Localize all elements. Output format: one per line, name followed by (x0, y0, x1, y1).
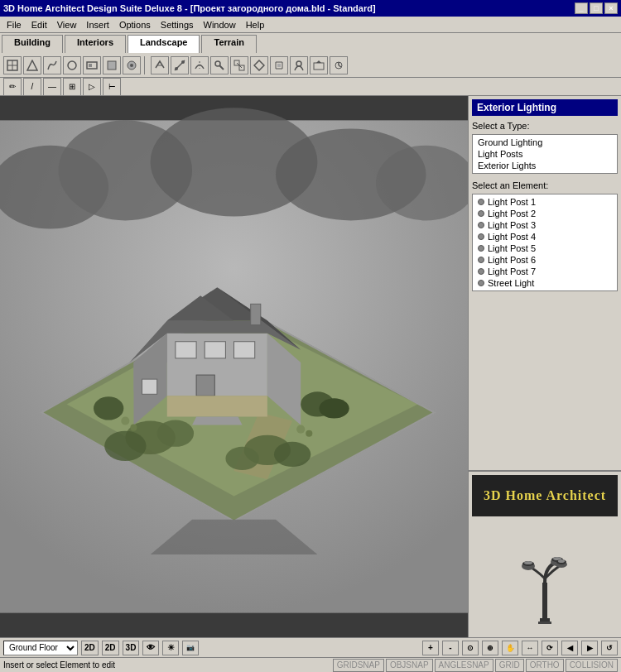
toolbar-btn-10[interactable] (190, 56, 209, 74)
tab-terrain[interactable]: Terrain (201, 35, 256, 53)
toolbar-btn-7[interactable] (123, 56, 141, 74)
svg-point-12 (175, 67, 178, 70)
view-2d-alt-button[interactable]: 2D (102, 641, 119, 655)
secondary-btn-6[interactable]: ⊢ (103, 78, 121, 96)
next-button[interactable]: ▶ (581, 641, 598, 655)
element-list: Light Post 1 Light Post 2 Light Post 3 L… (472, 194, 618, 291)
toolbar-btn-15[interactable] (290, 56, 308, 74)
restore-button[interactable]: □ (590, 2, 603, 14)
app-title: 3D Home Architect Design Suite Deluxe 8 … (3, 3, 376, 13)
rotate-button[interactable]: ↔ (522, 641, 538, 655)
secondary-btn-5[interactable]: ▷ (83, 78, 101, 96)
secondary-btn-1[interactable]: ✏ (3, 78, 22, 96)
toolbar-btn-17[interactable] (330, 56, 348, 74)
status-message: Insert or select Element to edit (3, 660, 115, 670)
prev-button[interactable]: ◀ (561, 641, 578, 655)
type-ground-lighting[interactable]: Ground Lighting (474, 137, 615, 148)
gridsnap-indicator[interactable]: GRIDSNAP (333, 659, 384, 672)
menu-settings[interactable]: Settings (156, 18, 199, 31)
toolbar-btn-6[interactable] (103, 56, 121, 74)
light-post-icon (512, 533, 578, 624)
status-bar: Ground Floor First Floor Second Floor 2D… (0, 637, 621, 657)
svg-point-79 (558, 559, 565, 563)
toolbar-btn-4[interactable] (63, 56, 81, 74)
close-button[interactable]: × (604, 2, 618, 14)
tab-landscape[interactable]: Landscape (128, 35, 200, 53)
zoom-fit-button[interactable]: ⊙ (462, 641, 479, 655)
tab-interiors[interactable]: Interiors (65, 35, 126, 53)
view-sun-button[interactable]: ☀ (162, 641, 179, 655)
orbit-button[interactable]: ⟳ (542, 641, 558, 655)
toolbar-btn-14[interactable] (270, 56, 288, 74)
svg-rect-59 (251, 304, 261, 324)
svg-point-67 (121, 417, 129, 425)
element-light-post-6[interactable]: Light Post 6 (474, 254, 615, 266)
element-light-post-5[interactable]: Light Post 5 (474, 242, 615, 254)
element-light-post-1[interactable]: Light Post 1 (474, 196, 615, 208)
type-exterior-lights[interactable]: Exterior Lights (474, 160, 615, 171)
element-street-light[interactable]: Street Light (474, 277, 615, 289)
view-3d-button[interactable]: 3D (123, 641, 140, 655)
svg-point-13 (181, 60, 185, 64)
toolbar-btn-9[interactable] (171, 56, 189, 74)
toolbar-btn-12[interactable] (230, 56, 248, 74)
zoom-window-button[interactable]: ⊕ (482, 641, 498, 655)
toolbar-btn-8[interactable] (151, 56, 169, 74)
svg-point-42 (274, 442, 310, 467)
menu-options[interactable]: Options (114, 18, 156, 31)
toolbar-btn-1[interactable] (3, 56, 22, 74)
element-light-post-3[interactable]: Light Post 3 (474, 219, 615, 231)
svg-point-24 (335, 62, 342, 69)
anglesnap-indicator[interactable]: ANGLESNAP (435, 659, 493, 672)
floor-selector[interactable]: Ground Floor First Floor Second Floor (3, 641, 78, 655)
svg-point-15 (215, 61, 220, 66)
svg-point-73 (524, 561, 532, 564)
svg-rect-7 (108, 61, 116, 70)
element-light-post-7[interactable]: Light Post 7 (474, 266, 615, 277)
secondary-btn-4[interactable]: ⊞ (63, 78, 81, 96)
toolbar-btn-3[interactable] (43, 56, 61, 74)
menu-help[interactable]: Help (241, 18, 270, 31)
secondary-btn-2[interactable]: / (23, 78, 41, 96)
secondary-btn-3[interactable]: — (43, 78, 61, 96)
type-section-label: Select a Type: (472, 121, 618, 131)
svg-line-11 (175, 60, 185, 70)
svg-rect-18 (239, 65, 244, 70)
ortho-indicator[interactable]: ORTHO (526, 659, 564, 672)
toolbar-btn-5[interactable] (83, 56, 101, 74)
minimize-button[interactable]: _ (575, 2, 588, 14)
objsnap-indicator[interactable]: OBJSNAP (386, 659, 433, 672)
collision-indicator[interactable]: COLLISION (566, 659, 618, 672)
svg-marker-23 (316, 60, 321, 63)
toolbar-btn-13[interactable] (250, 56, 268, 74)
svg-rect-70 (542, 583, 547, 620)
toolbar-btn-11[interactable] (210, 56, 229, 74)
element-light-post-4[interactable]: Light Post 4 (474, 231, 615, 242)
svg-line-16 (220, 65, 224, 70)
type-light-posts[interactable]: Light Posts (474, 148, 615, 160)
view-eye-button[interactable]: 👁 (142, 641, 159, 655)
zoom-in-button[interactable]: + (422, 641, 439, 655)
menu-insert[interactable]: Insert (81, 18, 114, 31)
toolbar-btn-2[interactable] (23, 56, 41, 74)
grid-indicator[interactable]: GRID (495, 659, 524, 672)
menu-view[interactable]: View (52, 18, 82, 31)
viewport[interactable] (0, 96, 468, 637)
element-light-post-2[interactable]: Light Post 2 (474, 208, 615, 219)
svg-point-68 (130, 425, 137, 431)
reset-button[interactable]: ↺ (601, 641, 618, 655)
dot-icon (478, 268, 484, 275)
zoom-out-button[interactable]: - (442, 641, 459, 655)
menu-edit[interactable]: Edit (26, 18, 52, 31)
pan-button[interactable]: ✋ (502, 641, 518, 655)
toolbar-btn-16[interactable] (310, 56, 328, 74)
light-post-preview (512, 523, 578, 634)
menu-file[interactable]: File (2, 18, 26, 31)
scene-canvas (0, 96, 468, 637)
menu-window[interactable]: Window (199, 18, 241, 31)
svg-rect-58 (196, 375, 214, 396)
view-camera-button[interactable]: 📷 (182, 641, 199, 655)
view-2d-button[interactable]: 2D (81, 641, 99, 655)
panel-preview: 3D Home Architect (469, 472, 621, 637)
tab-building[interactable]: Building (2, 35, 63, 53)
